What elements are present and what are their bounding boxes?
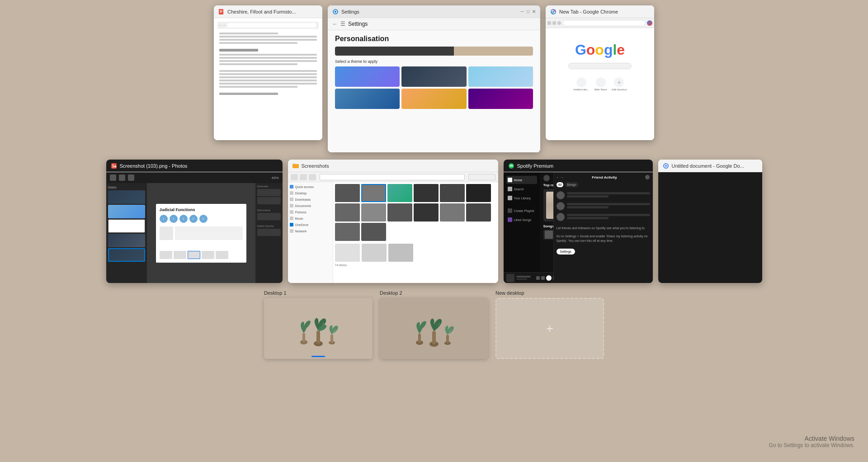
slide-footer-thumb-1[interactable]: [160, 251, 172, 259]
file-thumb-11[interactable]: [440, 203, 465, 222]
photos-tool-1[interactable]: [110, 174, 116, 181]
file-thumb-5[interactable]: [440, 184, 465, 202]
slide-thumb-4[interactable]: [108, 234, 145, 247]
chrome-profile-icon[interactable]: [647, 20, 652, 26]
maximize-icon[interactable]: □: [527, 9, 529, 14]
desktop-2-preview[interactable]: [380, 298, 488, 359]
prev-icon[interactable]: [541, 276, 545, 280]
slide-footer-thumb-4[interactable]: [202, 251, 214, 259]
window-spotify[interactable]: Spotify Premium Home Search Your Li: [504, 160, 653, 283]
sidebar-onedrive[interactable]: OneDrive: [290, 222, 331, 227]
popup-settings-button[interactable]: Settings: [557, 249, 575, 255]
sidebar-music[interactable]: Music: [290, 216, 331, 221]
desktop-1-active-indicator: [311, 356, 325, 357]
new-desktop-preview[interactable]: +: [495, 298, 604, 359]
theme-item-windows11[interactable]: [335, 66, 400, 87]
explorer-new-btn[interactable]: [291, 174, 298, 180]
window-googledoc[interactable]: Untitled document - Google Do...: [658, 160, 762, 283]
sidebar-documents[interactable]: Documents: [290, 203, 331, 208]
shortcut-item[interactable]: + Add shortcut: [612, 77, 627, 91]
explorer-sort-btn[interactable]: [300, 174, 307, 180]
chrome-url-bar[interactable]: [562, 20, 646, 26]
close-icon[interactable]: ✕: [532, 9, 536, 14]
slide-thumb-active[interactable]: [108, 248, 145, 262]
google-logo: Google: [575, 42, 625, 58]
back-icon[interactable]: ←: [332, 21, 338, 27]
file-thumb-16[interactable]: [362, 244, 387, 262]
explorer-view-btn[interactable]: [309, 174, 316, 180]
file-thumb-3[interactable]: [387, 184, 412, 202]
explorer-search-bar[interactable]: [468, 174, 495, 180]
theme-item-sunset[interactable]: [401, 89, 466, 109]
right-panel-item-1[interactable]: [257, 189, 281, 196]
file-thumb-10[interactable]: [414, 203, 439, 222]
sidebar-pictures[interactable]: Pictures: [290, 209, 331, 215]
file-thumb-6[interactable]: [466, 184, 491, 202]
window-screenshots[interactable]: Screenshots Quick access Desktop: [288, 160, 498, 283]
slide-footer-thumb-active[interactable]: [188, 251, 200, 259]
play-pause-icon[interactable]: [546, 275, 552, 281]
window-cheshire[interactable]: Cheshire, Fifoot and Furmsto... ← →: [214, 5, 322, 140]
slide-thumb-2[interactable]: [108, 205, 145, 218]
sidebar-network[interactable]: Network: [290, 228, 331, 234]
slide-thumb-1[interactable]: [108, 190, 145, 204]
popup-close-btn[interactable]: [645, 175, 650, 179]
chrome-back-icon[interactable]: [547, 21, 551, 25]
theme-item-windowsblue[interactable]: [468, 66, 533, 87]
theme-item-dark[interactable]: [401, 66, 466, 87]
file-thumb-12[interactable]: [466, 203, 491, 222]
file-thumb-9[interactable]: [387, 203, 412, 222]
sidebar-quick-access[interactable]: Quick access: [290, 184, 331, 189]
minimize-icon[interactable]: ─: [521, 9, 524, 14]
spotify-nav-create-playlist[interactable]: Create Playlist: [506, 207, 537, 215]
desktop-label: Desktop: [295, 192, 307, 195]
popup-tab-bongo[interactable]: Bongo: [565, 182, 578, 187]
shortcut-label: Untitled doc...: [573, 88, 590, 91]
search-icon: [508, 187, 512, 191]
desktop-1-preview[interactable]: [264, 298, 373, 359]
slide-footer-thumb-5[interactable]: [216, 251, 228, 259]
spotify-nav-liked-songs[interactable]: Liked Songs: [506, 216, 537, 224]
file-thumb-13[interactable]: [335, 223, 360, 241]
photos-main-area: Slides Judicial Functions 1: [106, 183, 283, 283]
right-panel-item-4[interactable]: [257, 229, 281, 236]
chrome-refresh-icon[interactable]: [557, 21, 561, 25]
doc-line: [219, 36, 317, 38]
popup-tab-all[interactable]: All: [557, 182, 564, 187]
file-thumb-17[interactable]: [388, 244, 413, 262]
slide-thumb-3[interactable]: [108, 219, 145, 233]
photos-tool-3[interactable]: [128, 174, 134, 181]
shortcut-item[interactable]: Web Store: [594, 77, 607, 91]
right-panel-item-2[interactable]: [257, 197, 281, 204]
theme-item-galaxy[interactable]: [468, 89, 533, 109]
theme-item-ocean[interactable]: [335, 89, 400, 109]
shortcut-item[interactable]: Untitled doc...: [573, 77, 590, 91]
file-thumb-7[interactable]: [335, 203, 360, 222]
file-thumb-1[interactable]: [335, 184, 360, 202]
spotify-nav-search[interactable]: Search: [506, 185, 537, 193]
file-thumb-15[interactable]: [335, 244, 360, 262]
spotify-nav-home[interactable]: Home: [506, 176, 537, 184]
shuffle-icon[interactable]: [536, 276, 540, 280]
slide-footer-thumb-2[interactable]: [174, 251, 186, 259]
top-windows-row: Cheshire, Fifoot and Furmsto... ← →: [0, 0, 868, 158]
sidebar-downloads[interactable]: Downloads: [290, 197, 331, 202]
popup-friend-info-3: [567, 214, 650, 220]
sidebar-desktop[interactable]: Desktop: [290, 190, 331, 196]
window-photos[interactable]: Screenshot (103).png - Photos 49% Slides: [106, 160, 283, 283]
file-thumb-2[interactable]: [361, 184, 386, 202]
file-thumb-14[interactable]: [361, 223, 386, 241]
right-panel-item-3[interactable]: [257, 213, 281, 220]
chrome-forward-icon[interactable]: [552, 21, 556, 25]
window-settings[interactable]: Settings ─ □ ✕ ← ☰ Settings Personalisat…: [328, 5, 540, 152]
google-search-bar[interactable]: [568, 63, 632, 69]
spotify-nav-library[interactable]: Your Library: [506, 194, 537, 202]
window-chrome-newtab[interactable]: New Tab - Google Chrome Google Untitled …: [546, 5, 654, 140]
spotify-search-icon[interactable]: [543, 175, 550, 181]
file-thumb-8[interactable]: [361, 203, 386, 222]
file-thumb-4[interactable]: [414, 184, 439, 202]
hamburger-icon[interactable]: ☰: [340, 21, 345, 27]
explorer-path-bar[interactable]: [320, 174, 465, 180]
photos-tool-2[interactable]: [119, 174, 125, 181]
popup-back-icon[interactable]: ← →: [557, 176, 564, 179]
